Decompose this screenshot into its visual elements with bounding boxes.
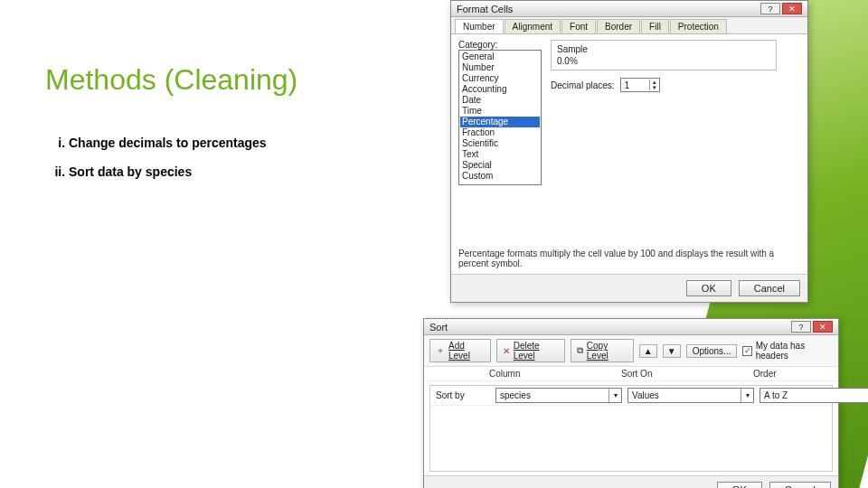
format-cells-dialog: Format Cells ? ✕ Number Alignment Font B… [450, 0, 808, 303]
cancel-button[interactable]: Cancel [769, 482, 831, 488]
decimal-places-value: 1 [625, 80, 630, 90]
cat-date[interactable]: Date [460, 95, 540, 106]
add-level-button[interactable]: ＋ Add Level [429, 339, 491, 362]
col-header-sorton: Sort On [621, 369, 748, 379]
chevron-down-icon: ▼ [667, 346, 676, 356]
headers-checkbox[interactable]: ✓ My data has headers [742, 341, 833, 361]
sorton-select[interactable]: Values▾ [627, 388, 754, 403]
sort-dialog: Sort ? ✕ ＋ Add Level ✕ Delete Level ⧉ Co… [423, 318, 839, 488]
cat-number[interactable]: Number [460, 62, 540, 73]
cat-percentage[interactable]: Percentage [460, 117, 540, 127]
bullet-2: Sort data by species [69, 164, 398, 179]
cat-time[interactable]: Time [460, 106, 540, 117]
order-select[interactable]: A to Z▾ [760, 388, 868, 403]
sort-titlebar: Sort ? ✕ [424, 319, 838, 335]
chevron-down-icon: ▾ [609, 389, 621, 402]
checkbox-icon: ✓ [742, 346, 751, 356]
tab-protection[interactable]: Protection [670, 19, 727, 33]
cat-scientific[interactable]: Scientific [460, 138, 540, 149]
cat-fraction[interactable]: Fraction [460, 127, 540, 138]
bullet-1: Change decimals to percentages [69, 136, 398, 150]
format-cells-title: Format Cells [457, 4, 513, 14]
move-up-button[interactable]: ▲ [639, 344, 657, 358]
format-cells-titlebar: Format Cells ? ✕ [451, 1, 807, 17]
copy-level-button[interactable]: ⧉ Copy Level [571, 339, 634, 362]
sample-label: Sample [557, 44, 770, 54]
cat-custom[interactable]: Custom [460, 171, 540, 182]
help-button[interactable]: ? [791, 321, 811, 333]
close-icon[interactable]: ✕ [813, 321, 833, 333]
cat-text[interactable]: Text [460, 149, 540, 160]
move-down-button[interactable]: ▼ [663, 344, 681, 358]
plus-icon: ＋ [436, 344, 445, 357]
close-icon[interactable]: ✕ [782, 3, 802, 14]
slide-body: Change decimals to percentages Sort data… [36, 136, 398, 193]
category-list[interactable]: General Number Currency Accounting Date … [458, 50, 542, 185]
chevron-down-icon[interactable]: ▼ [650, 85, 659, 90]
column-select[interactable]: species▾ [495, 388, 622, 403]
chevron-down-icon: ▾ [741, 389, 753, 402]
sort-levels-area: Sort by species▾ Values▾ A to Z▾ [429, 385, 833, 472]
row-label: Sort by [436, 390, 490, 400]
cat-accounting[interactable]: Accounting [460, 84, 540, 95]
tab-border[interactable]: Border [597, 19, 640, 33]
decimal-places-stepper[interactable]: 1 ▲▼ [620, 78, 660, 92]
ok-button[interactable]: OK [717, 482, 762, 488]
ok-button[interactable]: OK [686, 280, 731, 296]
cat-general[interactable]: General [460, 52, 540, 62]
col-header-order: Order [753, 369, 868, 379]
tab-fill[interactable]: Fill [641, 19, 669, 33]
tab-font[interactable]: Font [561, 19, 596, 33]
cat-currency[interactable]: Currency [460, 73, 540, 84]
format-cells-tabs: Number Alignment Font Border Fill Protec… [451, 17, 807, 34]
cancel-button[interactable]: Cancel [739, 280, 800, 296]
x-icon: ✕ [503, 346, 510, 356]
sample-box: Sample 0.0% [551, 40, 777, 70]
tab-number[interactable]: Number [455, 19, 504, 33]
slide-title: Methods (Cleaning) [45, 63, 297, 97]
category-label: Category: [458, 40, 542, 50]
delete-level-button[interactable]: ✕ Delete Level [496, 339, 565, 362]
decimal-places-label: Decimal places: [551, 80, 615, 90]
chevron-up-icon: ▲ [644, 346, 653, 356]
col-header-column: Column [489, 369, 616, 379]
cat-special[interactable]: Special [460, 160, 540, 171]
help-button[interactable]: ? [760, 3, 780, 14]
format-hint: Percentage formats multiply the cell val… [458, 249, 800, 268]
sample-value: 0.0% [557, 56, 770, 66]
tab-alignment[interactable]: Alignment [505, 19, 561, 33]
copy-icon: ⧉ [577, 345, 583, 356]
options-button[interactable]: Options... [686, 344, 738, 358]
sort-title: Sort [429, 322, 448, 333]
